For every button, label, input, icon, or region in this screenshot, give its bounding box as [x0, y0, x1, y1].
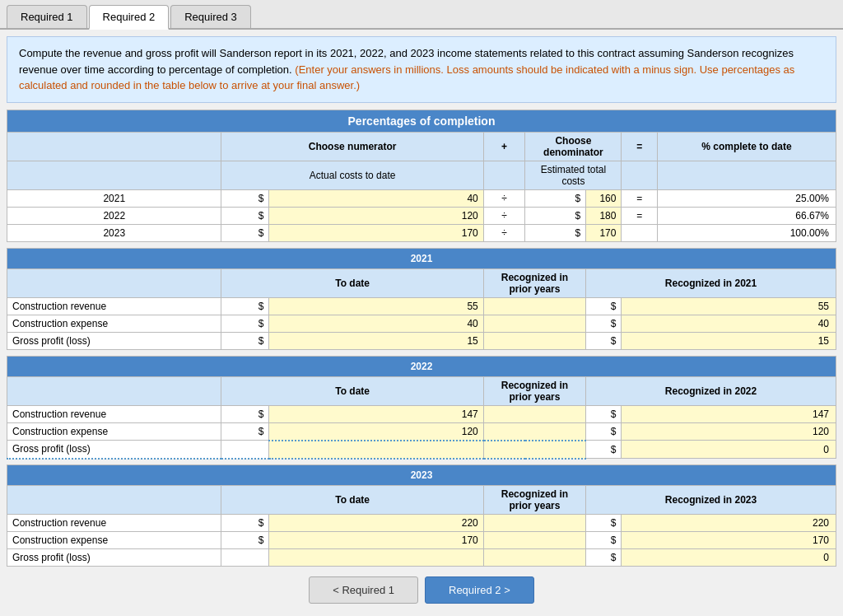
gp-2023-label: Gross profit (loss) — [7, 549, 221, 567]
gp-2022-todate[interactable] — [269, 441, 483, 459]
gp-2021-todate[interactable] — [269, 332, 483, 349]
bottom-nav: < Required 1 Required 2 > — [0, 576, 843, 604]
exp-2021-current: 40 — [622, 315, 836, 332]
dollar-gp-2022-curr: $ — [586, 441, 622, 459]
empty-subheader — [7, 161, 221, 189]
exp-2022-row: Construction expense $ $ 120 — [7, 422, 836, 441]
dollar-rev-2023-curr: $ — [586, 515, 622, 532]
prior-2023-label: Recognized in prior years — [483, 486, 585, 515]
prior-2022-label: Recognized in prior years — [483, 376, 585, 405]
gp-2021-current: 15 — [622, 332, 836, 349]
gp-2023-prior[interactable] — [483, 549, 585, 567]
exp-2023-current: 170 — [622, 532, 836, 549]
exp-2023-todate[interactable] — [269, 532, 483, 549]
tab-required1[interactable]: Required 1 — [7, 5, 87, 28]
div-placeholder — [483, 161, 525, 189]
denominator-header: Choose denominator — [525, 132, 622, 161]
section-2023-title: 2023 — [7, 465, 836, 486]
dollar-2021-den: $ — [525, 189, 586, 207]
rev-2023-row: Construction revenue $ $ 220 — [7, 515, 836, 532]
rev-2021-todate[interactable] — [269, 297, 483, 315]
section-2023-header: 2023 — [7, 465, 836, 486]
estimated-total-header: Estimated total costs — [525, 161, 622, 189]
section-2021-title: 2021 — [7, 248, 836, 268]
exp-2021-todate[interactable] — [269, 315, 483, 332]
numerator-header: Choose numerator — [221, 132, 483, 161]
plus-header: + — [483, 132, 525, 161]
dollar-2022-num: $ — [221, 207, 269, 224]
completion-row-2022: 2022 $ ÷ $ = 66.67% — [7, 207, 836, 224]
section-2022-title: 2022 — [7, 356, 836, 376]
year-2023: 2023 — [7, 224, 221, 241]
dollar-gp-2021: $ — [221, 332, 269, 349]
empty-header — [7, 132, 221, 161]
rev-2023-label: Construction revenue — [7, 515, 221, 532]
denominator-2023[interactable] — [586, 224, 622, 241]
prev-button[interactable]: < Required 1 — [309, 576, 418, 604]
tab-required2[interactable]: Required 2 — [89, 5, 170, 30]
empty-2022 — [7, 376, 221, 405]
div-2022: ÷ — [483, 207, 525, 224]
exp-2022-current: 120 — [622, 422, 836, 441]
rev-2022-todate[interactable] — [269, 405, 483, 422]
to-date-2022-label: To date — [221, 376, 483, 405]
dollar-exp-2023-curr: $ — [586, 532, 622, 549]
section-2021-header: 2021 — [7, 248, 836, 268]
numerator-2022[interactable] — [269, 207, 483, 224]
dollar-rev-2021: $ — [221, 297, 269, 315]
rev-2021-row: Construction revenue $ $ 55 — [7, 297, 836, 315]
completion-row-2021: 2021 $ ÷ $ = 25.00% — [7, 189, 836, 207]
gp-2023-current: 0 — [622, 549, 836, 567]
dollar-gp-2023-curr: $ — [586, 549, 622, 567]
dollar-rev-2021-curr: $ — [586, 297, 622, 315]
actual-costs-header: Actual costs to date — [221, 161, 483, 189]
numerator-2021[interactable] — [269, 189, 483, 207]
current-2021-label: Recognized in 2021 — [586, 268, 836, 297]
gp-2021-row: Gross profit (loss) $ $ 15 — [7, 332, 836, 349]
tab-required3[interactable]: Required 3 — [170, 5, 251, 28]
rev-2021-prior[interactable] — [483, 297, 585, 315]
exp-2021-label: Construction expense — [7, 315, 221, 332]
to-date-2021-label: To date — [221, 268, 483, 297]
dollar-exp-2022: $ — [221, 422, 269, 441]
sub-header-2022: To date Recognized in prior years Recogn… — [7, 376, 836, 405]
rev-2023-prior[interactable] — [483, 515, 585, 532]
exp-2021-row: Construction expense $ $ 40 — [7, 315, 836, 332]
denominator-2022[interactable] — [586, 207, 622, 224]
dollar-2023-den: $ — [525, 224, 586, 241]
exp-2022-todate[interactable] — [269, 422, 483, 441]
numerator-2023[interactable] — [269, 224, 483, 241]
section-2022-header: 2022 — [7, 356, 836, 376]
section-title-row: Percentages of completion — [7, 110, 836, 132]
dollar-exp-2022-curr: $ — [586, 422, 622, 441]
dollar-rev-2023: $ — [221, 515, 269, 532]
exp-2023-row: Construction expense $ $ 170 — [7, 532, 836, 549]
gp-2022-row: Gross profit (loss) $ 0 — [7, 441, 836, 459]
dollar-exp-2023: $ — [221, 532, 269, 549]
gp-2021-prior[interactable] — [483, 332, 585, 349]
rev-2022-prior[interactable] — [483, 405, 585, 422]
gp-2022-prior[interactable] — [483, 441, 585, 459]
header-row2: Actual costs to date Estimated total cos… — [7, 161, 836, 189]
dollar-gp-2022 — [221, 441, 269, 459]
percent-2021: 25.00% — [657, 189, 836, 207]
rev-2022-row: Construction revenue $ $ 147 — [7, 405, 836, 422]
exp-2023-prior[interactable] — [483, 532, 585, 549]
gp-2023-row: Gross profit (loss) $ 0 — [7, 549, 836, 567]
next-button[interactable]: Required 2 > — [425, 576, 534, 604]
percent-header: % complete to date — [657, 132, 836, 161]
year-2022: 2022 — [7, 207, 221, 224]
empty-2021 — [7, 268, 221, 297]
denominator-2021[interactable] — [586, 189, 622, 207]
equals-header: = — [622, 132, 657, 161]
exp-2021-prior[interactable] — [483, 315, 585, 332]
eq-2021: = — [622, 189, 657, 207]
current-2022-label: Recognized in 2022 — [586, 376, 836, 405]
gp-2023-todate[interactable] — [269, 549, 483, 567]
rev-2023-todate[interactable] — [269, 515, 483, 532]
main-table: Percentages of completion Choose numerat… — [7, 110, 836, 567]
dollar-gp-2021-curr: $ — [586, 332, 622, 349]
rev-2022-current: 147 — [622, 405, 836, 422]
exp-2022-prior[interactable] — [483, 422, 585, 441]
instruction-text1: Compute the revenue and gross profit wil… — [19, 47, 684, 59]
